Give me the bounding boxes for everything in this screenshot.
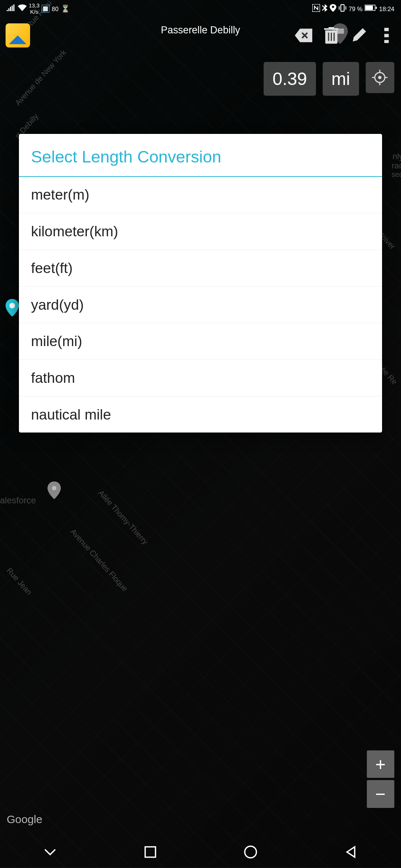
nav-hide-keyboard-button[interactable] xyxy=(42,844,58,860)
zoom-in-button[interactable]: + xyxy=(367,750,395,778)
status-bar-right: 79 % 18:24 xyxy=(312,4,394,14)
unit-option-mile[interactable]: mile(mi) xyxy=(19,323,382,360)
google-watermark: Google xyxy=(7,813,42,826)
app-logo-icon[interactable] xyxy=(6,23,30,48)
unit-option-feet[interactable]: feet(ft) xyxy=(19,250,382,287)
status-bar: 13,3 K/s ⬜ 80 ⏳ 79 % 18:24 xyxy=(0,0,401,18)
zoom-controls: + − xyxy=(367,750,395,810)
location-icon xyxy=(330,4,336,14)
system-nav-bar xyxy=(0,836,401,868)
temp-badge-icon: ⬜ xyxy=(42,5,49,13)
svg-point-12 xyxy=(378,76,382,79)
delete-button[interactable] xyxy=(322,27,340,45)
unit-option-meter[interactable]: meter(m) xyxy=(19,177,382,214)
svg-rect-8 xyxy=(384,28,389,31)
svg-point-14 xyxy=(245,846,256,858)
svg-rect-13 xyxy=(145,847,156,857)
nav-home-button[interactable] xyxy=(243,844,258,860)
edit-button[interactable] xyxy=(350,27,368,45)
map-marker-icon xyxy=(48,481,61,499)
svg-point-0 xyxy=(9,303,15,308)
unit-list: meter(m) kilometer(km) feet(ft) yard(yd)… xyxy=(19,177,382,433)
svg-point-1 xyxy=(52,486,56,490)
speed-value: 13,3 xyxy=(29,3,40,9)
vibrate-icon xyxy=(339,4,346,14)
nav-back-button[interactable] xyxy=(343,844,359,860)
hourglass-icon: ⏳ xyxy=(61,4,70,13)
unit-option-kilometer[interactable]: kilometer(km) xyxy=(19,213,382,250)
svg-rect-10 xyxy=(384,40,389,43)
svg-rect-6 xyxy=(365,6,373,10)
bluetooth-icon xyxy=(322,4,327,14)
dialog-title: Select Length Conversion xyxy=(19,134,382,177)
distance-display: 0.39 mi xyxy=(264,62,394,96)
unit-option-fathom[interactable]: fathom xyxy=(19,360,382,397)
status-bar-left: 13,3 K/s ⬜ 80 ⏳ xyxy=(7,3,70,15)
wifi-icon xyxy=(18,4,27,13)
svg-rect-9 xyxy=(384,34,389,37)
unit-option-nautical-mile[interactable]: nautical mile xyxy=(19,397,382,433)
speed-unit: K/s xyxy=(30,9,38,15)
temp-value: 80 xyxy=(52,6,58,12)
undo-button[interactable] xyxy=(295,27,313,45)
distance-value[interactable]: 0.39 xyxy=(264,62,316,96)
network-speed: 13,3 K/s xyxy=(29,3,40,15)
unit-selection-dialog: Select Length Conversion meter(m) kilome… xyxy=(19,134,382,433)
modal-backdrop[interactable] xyxy=(0,0,401,868)
nav-recent-button[interactable] xyxy=(143,844,158,860)
app-toolbar xyxy=(0,20,401,51)
distance-unit-button[interactable]: mi xyxy=(323,62,359,96)
svg-rect-4 xyxy=(341,4,344,11)
nfc-icon xyxy=(312,4,320,14)
my-location-button[interactable] xyxy=(366,62,395,93)
clock: 18:24 xyxy=(379,6,394,12)
map-marker-icon xyxy=(6,299,19,317)
svg-rect-7 xyxy=(376,7,377,9)
battery-percent: 79 % xyxy=(349,6,362,12)
signal-icon xyxy=(7,4,16,13)
overflow-menu-button[interactable] xyxy=(378,27,395,45)
unit-option-yard[interactable]: yard(yd) xyxy=(19,287,382,323)
battery-icon xyxy=(365,4,377,13)
zoom-out-button[interactable]: − xyxy=(367,780,395,808)
